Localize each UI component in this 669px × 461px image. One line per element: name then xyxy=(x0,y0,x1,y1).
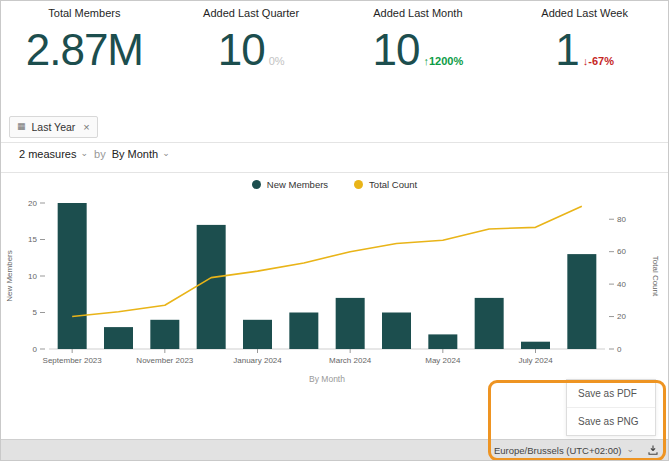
kpi-label: Added Last Quarter xyxy=(168,7,335,19)
chart-legend: New Members Total Count xyxy=(1,179,668,190)
download-icon xyxy=(647,444,659,456)
chart-controls: 2 measures ⌄ by By Month ⌄ xyxy=(19,148,170,160)
svg-text:By Month: By Month xyxy=(309,374,345,384)
kpi-row: Total Members 2.87M Added Last Quarter 1… xyxy=(1,7,668,72)
svg-text:20: 20 xyxy=(28,199,37,208)
svg-text:15: 15 xyxy=(28,235,37,244)
svg-text:40: 40 xyxy=(617,280,626,289)
svg-text:September 2023: September 2023 xyxy=(43,356,103,365)
timezone-label: Europe/Brussels (UTC+02:00) xyxy=(494,445,622,456)
menu-item-save-pdf[interactable]: Save as PDF xyxy=(567,380,655,407)
combo-chart: 05101520020406080September 2023November … xyxy=(1,193,668,405)
svg-text:10: 10 xyxy=(28,272,37,281)
kpi-label: Added Last Month xyxy=(335,7,502,19)
svg-text:5: 5 xyxy=(33,308,38,317)
by-label: by xyxy=(94,148,106,160)
kpi-delta: ↓-67% xyxy=(583,55,614,67)
legend-dot xyxy=(252,180,261,189)
svg-text:60: 60 xyxy=(617,247,626,256)
status-bar: Europe/Brussels (UTC+02:00) ⌄ xyxy=(1,439,668,460)
legend-dot xyxy=(354,180,363,189)
kpi-delta: 0% xyxy=(269,55,285,67)
divider xyxy=(1,172,668,173)
kpi-added-last-week: Added Last Week 1 ↓-67% xyxy=(501,7,668,72)
filter-bar: ▦ Last Year × xyxy=(9,115,98,138)
chevron-down-icon: ⌄ xyxy=(80,149,88,158)
svg-text:November 2023: November 2023 xyxy=(136,356,193,365)
svg-text:0: 0 xyxy=(617,345,622,354)
kpi-value: 10 xyxy=(373,28,420,72)
kpi-delta: ↑1200% xyxy=(423,55,463,67)
calendar-grid-icon: ▦ xyxy=(17,122,26,131)
filter-chip-last-year[interactable]: ▦ Last Year × xyxy=(9,116,98,138)
svg-text:March 2024: March 2024 xyxy=(329,356,372,365)
chevron-down-icon: ⌄ xyxy=(162,149,170,158)
kpi-value: 1 xyxy=(555,28,578,72)
kpi-value: 2.87M xyxy=(26,28,143,72)
svg-text:80: 80 xyxy=(617,215,626,224)
svg-text:January 2024: January 2024 xyxy=(233,356,282,365)
kpi-added-last-quarter: Added Last Quarter 10 0% xyxy=(168,7,335,72)
kpi-label: Added Last Week xyxy=(501,7,668,19)
legend-item-total-count[interactable]: Total Count xyxy=(354,179,417,190)
timezone-selector[interactable]: Europe/Brussels (UTC+02:00) ⌄ xyxy=(494,445,634,456)
filter-chip-label: Last Year xyxy=(32,121,76,133)
group-by-dropdown[interactable]: By Month ⌄ xyxy=(112,148,170,160)
kpi-label: Total Members xyxy=(1,7,168,19)
close-icon[interactable]: × xyxy=(83,121,89,133)
svg-text:New Members: New Members xyxy=(5,250,14,302)
svg-text:Total Count: Total Count xyxy=(651,256,660,297)
chevron-down-icon: ⌄ xyxy=(626,445,634,454)
export-menu: Save as PDF Save as PNG xyxy=(566,379,656,436)
kpi-added-last-month: Added Last Month 10 ↑1200% xyxy=(335,7,502,72)
kpi-total-members: Total Members 2.87M xyxy=(1,7,168,72)
svg-text:0: 0 xyxy=(33,345,38,354)
download-button[interactable] xyxy=(644,442,662,458)
measures-dropdown[interactable]: 2 measures ⌄ xyxy=(19,148,88,160)
menu-item-save-png[interactable]: Save as PNG xyxy=(567,407,655,435)
svg-text:May 2024: May 2024 xyxy=(425,356,461,365)
svg-text:July 2024: July 2024 xyxy=(518,356,553,365)
kpi-value: 10 xyxy=(218,28,265,72)
dashboard: Total Members 2.87M Added Last Quarter 1… xyxy=(0,0,669,461)
svg-text:20: 20 xyxy=(617,312,626,321)
legend-item-new-members[interactable]: New Members xyxy=(252,179,328,190)
divider xyxy=(1,142,668,143)
